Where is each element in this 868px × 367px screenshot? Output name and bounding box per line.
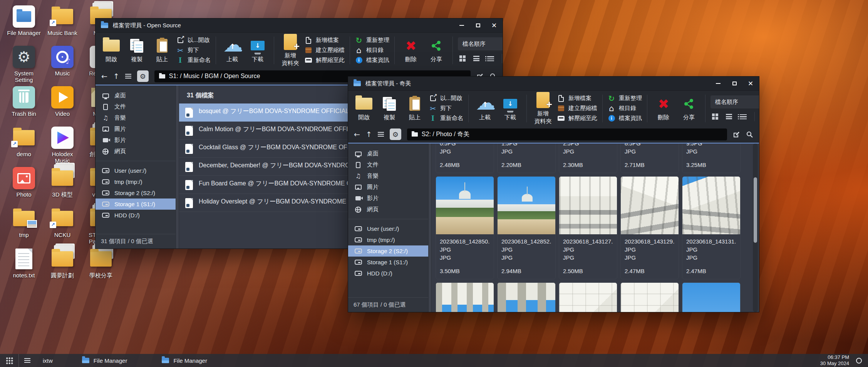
address-bar[interactable]: S2: / Photo / 奇美 (407, 128, 727, 140)
file-info-button[interactable]: i檔案資訊 (355, 57, 389, 64)
extract-here-button[interactable]: 解壓縮至此 (557, 115, 597, 122)
copy-button[interactable]: 複製 (377, 92, 402, 125)
sidebar-drive-user[interactable]: User (user:/) (96, 165, 176, 176)
grid-view-button[interactable] (459, 55, 466, 62)
sidebar-item-web[interactable]: 網頁 (348, 204, 428, 215)
sidebar-item-videos[interactable]: 影片 (96, 135, 176, 146)
pane-splitter[interactable] (176, 85, 179, 249)
desktop-icon-system-setting[interactable]: ⚙ System Setting (5, 45, 43, 85)
desktop-icon-video[interactable]: Video (43, 85, 82, 126)
pane-splitter[interactable] (428, 143, 432, 312)
file-info-button[interactable]: i檔案資訊 (608, 115, 642, 122)
desktop-icon-ncku[interactable]: ↗ NCKU (43, 207, 82, 247)
desktop-icon-school-share[interactable]: 學校分享 (82, 247, 120, 287)
detail-view-button[interactable] (740, 114, 747, 119)
desktop-icon-photo[interactable]: Photo (5, 166, 43, 207)
copy-button[interactable]: 複製 (124, 34, 149, 67)
delete-button[interactable]: ✖刪除 (398, 34, 424, 67)
input-method-indicator[interactable]: ixtw (43, 357, 53, 364)
file-card[interactable] (682, 282, 741, 312)
sidebar-item-web[interactable]: 網頁 (96, 146, 176, 157)
sidebar-drive-tmp[interactable]: tmp (tmp:/) (96, 176, 176, 187)
file-card[interactable] (620, 282, 679, 312)
download-button[interactable]: ↓下載 (498, 92, 523, 125)
sidebar-item-documents[interactable]: 文件 (96, 101, 176, 112)
sidebar-drive-tmp[interactable]: tmp (tmp:/) (348, 234, 428, 245)
sidebar-drive-storage2[interactable]: Storage 2 (S2:/) (96, 187, 176, 199)
sidebar-drive-hdd[interactable]: HDD (D:/) (348, 268, 428, 279)
file-card[interactable]: 2.JPGJPG2.30MB (559, 143, 617, 173)
back-button[interactable]: ← (101, 72, 107, 80)
new-file-button[interactable]: 新增檔案 (305, 37, 345, 44)
file-card[interactable] (436, 282, 494, 312)
desktop-icon-music-bank[interactable]: ↗ Music Bank (43, 5, 82, 45)
task-menu-icon[interactable] (24, 358, 30, 363)
back-button[interactable]: ← (354, 130, 360, 138)
minimize-button[interactable] (459, 22, 465, 28)
desktop-icon-trash-bin[interactable]: Trash Bin (5, 85, 43, 126)
paste-button[interactable]: 貼上 (402, 92, 427, 125)
desktop-icon-dream-plan[interactable]: 圓夢計劃 (43, 247, 82, 287)
open-with-button[interactable]: 以...開啟 (429, 95, 463, 102)
desktop-icon-3d-models[interactable]: 3D 模型 (43, 166, 82, 207)
sidebar-drive-hdd[interactable]: HDD (D:/) (96, 210, 176, 221)
cut-button[interactable]: ✂剪下 (429, 105, 463, 112)
refresh-button[interactable]: ↻重新整理 (608, 95, 642, 102)
up-button[interactable]: ↑ (366, 130, 372, 138)
search-button[interactable] (746, 131, 753, 138)
sidebar-item-videos[interactable]: 影片 (348, 193, 428, 204)
sort-order-dropdown[interactable]: 檔名順序▼ (458, 37, 503, 50)
download-button[interactable]: ↓下載 (245, 34, 270, 67)
rename-button[interactable]: I重新命名 (429, 115, 463, 122)
minimize-button[interactable] (715, 80, 721, 87)
file-card[interactable]: 20230618_143129.JPGJPG2.47MB (620, 176, 679, 279)
extract-here-button[interactable]: 解壓縮至此 (305, 57, 345, 64)
close-button[interactable]: ✕ (747, 80, 754, 87)
grid-view-button[interactable] (712, 113, 718, 120)
desktop-icon-notes-txt[interactable]: notes.txt (5, 247, 43, 287)
app-launcher-button[interactable] (0, 354, 18, 367)
sidebar-item-desktop[interactable]: 桌面 (348, 148, 428, 159)
desktop-icon-music[interactable]: ♪ Music (43, 45, 82, 85)
create-archive-button[interactable]: 建立壓縮檔 (557, 105, 597, 112)
open-with-button[interactable]: 以...開啟 (176, 37, 211, 44)
refresh-button[interactable]: ↻重新整理 (355, 37, 389, 44)
cut-button[interactable]: ✂剪下 (176, 47, 211, 54)
file-card[interactable]: 20230618_143127.JPGJPG2.50MB (559, 176, 617, 279)
edit-path-button[interactable] (733, 131, 740, 138)
sidebar-drive-storage2[interactable]: Storage 2 (S2:/) (348, 245, 428, 257)
sidebar-drive-storage1[interactable]: Storage 1 (S1:/) (348, 257, 428, 268)
titlebar[interactable]: 檔案管理員 - Open Source ✕ (96, 18, 503, 32)
desktop-icon-file-manager[interactable]: File Manager (5, 5, 43, 45)
delete-button[interactable]: ✖刪除 (651, 92, 676, 125)
sidebar-item-pictures[interactable]: 圖片 (96, 123, 176, 135)
sidebar-item-pictures[interactable]: 圖片 (348, 182, 428, 193)
sort-order-dropdown[interactable]: 檔名順序▼ (710, 95, 759, 108)
sidebar-item-documents[interactable]: 文件 (348, 159, 428, 170)
upload-button[interactable]: ☁↑上載 (472, 92, 498, 125)
maximize-button[interactable] (731, 80, 737, 87)
taskbar-task-file-manager-1[interactable]: File Manager (77, 354, 133, 367)
sidebar-item-desktop[interactable]: 桌面 (96, 90, 176, 101)
sidebar-drive-storage1[interactable]: Storage 1 (S1:/) (96, 199, 176, 210)
close-button[interactable]: ✕ (491, 22, 497, 28)
file-card[interactable]: 8.JPGJPG2.71MB (620, 143, 679, 173)
new-file-button[interactable]: 新增檔案 (557, 95, 597, 102)
titlebar[interactable]: 檔案管理員 - 奇美 ✕ (348, 77, 759, 90)
new-folder-button[interactable]: 新增資料夾 (278, 34, 303, 67)
share-button[interactable]: 分享 (676, 92, 702, 125)
menu-icon[interactable] (125, 74, 131, 78)
up-button[interactable]: ↑ (113, 72, 119, 80)
desktop-icon-demo[interactable]: ↗ demo (5, 126, 43, 166)
file-card[interactable]: 20230618_142850.JPGJPG3.50MB (436, 176, 494, 279)
open-button[interactable]: 開啟 (351, 92, 377, 125)
file-card[interactable]: 9.JPGJPG3.25MB (682, 143, 741, 173)
root-button[interactable]: ⌂根目錄 (355, 47, 389, 54)
power-icon[interactable] (856, 358, 862, 364)
create-archive-button[interactable]: 建立壓縮檔 (305, 47, 345, 54)
vertical-scrollbar[interactable] (753, 143, 758, 312)
rename-button[interactable]: I重新命名 (176, 57, 211, 64)
sidebar-item-music[interactable]: ♫音樂 (348, 170, 428, 182)
desktop-icon-tmp[interactable]: tmp (5, 207, 43, 247)
list-view-button[interactable] (726, 114, 732, 119)
